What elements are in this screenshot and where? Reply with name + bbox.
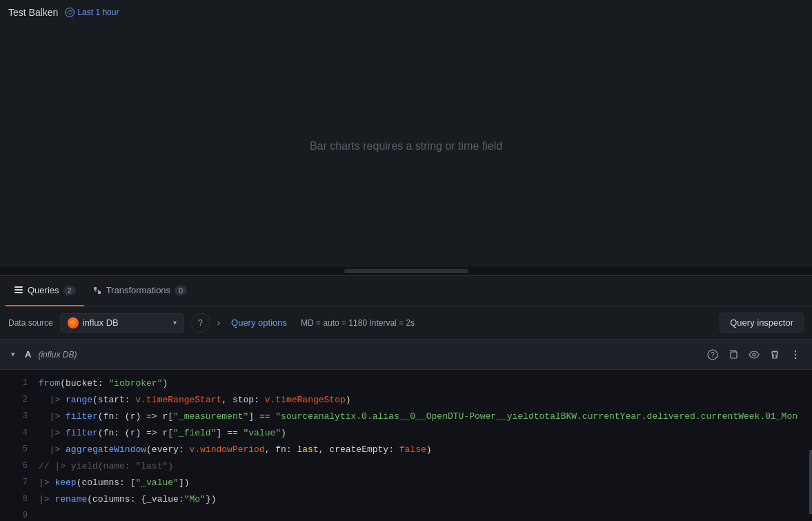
code-line-1: 1 from(bucket: "iobroker") (0, 375, 812, 392)
datasource-label: Data source (8, 318, 53, 328)
query-options-bar: Data source 🔶 influx DB ▾ ? › Query opti… (0, 306, 812, 340)
query-options-label: Query options (231, 317, 287, 328)
scroll-bar-area (0, 267, 812, 275)
tab-queries[interactable]: Queries 2 (6, 276, 84, 306)
help-button[interactable]: ? (191, 313, 210, 333)
panel-title: Test Balken (8, 7, 58, 18)
tab-transformations-label: Transformations (106, 285, 170, 295)
query-inspector-label: Query inspector (730, 317, 793, 328)
code-line-8: 8 |> rename(columns: {_value:"Mo"}) (0, 491, 812, 508)
query-delete-button[interactable] (766, 346, 783, 363)
tab-queries-label: Queries (28, 285, 59, 295)
collapse-button[interactable]: ▾ (8, 348, 18, 360)
query-help-button[interactable]: ? (704, 346, 721, 363)
query-datasource-label: (influx DB) (38, 350, 77, 360)
query-block-header: ▾ A (influx DB) ? (0, 340, 812, 370)
tab-transformations-badge: 0 (175, 286, 187, 295)
code-line-7: 7 |> keep(columns: ["_value"]) (0, 475, 812, 491)
query-inspector-button[interactable]: Query inspector (720, 313, 804, 333)
tabs-bar: Queries 2 Transformations 0 (0, 276, 812, 306)
svg-rect-1 (14, 289, 23, 291)
code-line-2: 2 |> range(start: v.timeRangeStart, stop… (0, 392, 812, 409)
table-icon (14, 286, 23, 295)
svg-rect-2 (14, 292, 23, 293)
influxdb-icon: 🔶 (68, 317, 79, 328)
time-range-badge[interactable]: ⏱ Last 1 hour (65, 8, 119, 17)
query-visibility-button[interactable] (746, 346, 762, 363)
query-actions: ? (704, 346, 804, 363)
svg-point-9 (795, 357, 796, 358)
query-meta: MD = auto = 1180 Interval = 2s (301, 318, 415, 328)
chart-panel: Test Balken ⏱ Last 1 hour Bar charts req… (0, 0, 812, 276)
code-editor[interactable]: 1 from(bucket: "iobroker") 2 |> range(st… (0, 370, 812, 521)
code-line-9: 9 (0, 508, 812, 521)
query-options-button[interactable]: Query options (227, 315, 291, 331)
svg-rect-0 (14, 286, 23, 288)
svg-text:?: ? (711, 351, 715, 359)
code-line-3: 3 |> filter(fn: (r) => r["_measurement"]… (0, 409, 812, 425)
query-copy-button[interactable] (725, 346, 742, 363)
query-id-label: A (25, 349, 31, 360)
vertical-scrollbar[interactable] (809, 450, 812, 514)
chart-message: Bar charts requires a string or time fie… (310, 140, 502, 153)
tab-queries-badge: 2 (63, 286, 76, 295)
svg-point-8 (795, 353, 796, 355)
svg-point-6 (753, 353, 755, 356)
code-line-6: 6 // |> yield(name: "last") (0, 458, 812, 475)
scroll-track[interactable] (344, 269, 468, 273)
datasource-name: influx DB (83, 317, 119, 328)
code-line-5: 5 |> aggregateWindow(every: v.windowPeri… (0, 442, 812, 458)
time-range-label: Last 1 hour (77, 8, 119, 17)
transform-icon (92, 286, 102, 295)
clock-icon: ⏱ (65, 8, 75, 17)
svg-rect-5 (731, 352, 737, 358)
code-line-4: 4 |> filter(fn: (r) => r["_field"] == "v… (0, 425, 812, 442)
query-options-separator: › (217, 317, 220, 328)
panel-header: Test Balken ⏱ Last 1 hour (0, 0, 812, 25)
query-block: ▾ A (influx DB) ? 1 from(bucket: "i (0, 340, 812, 521)
datasource-chevron-icon: ▾ (173, 319, 177, 326)
svg-point-7 (795, 350, 796, 351)
datasource-select[interactable]: 🔶 influx DB ▾ (60, 313, 184, 333)
tab-transformations[interactable]: Transformations 0 (84, 276, 196, 306)
chart-area: Bar charts requires a string or time fie… (0, 25, 812, 267)
query-more-button[interactable] (787, 346, 804, 363)
